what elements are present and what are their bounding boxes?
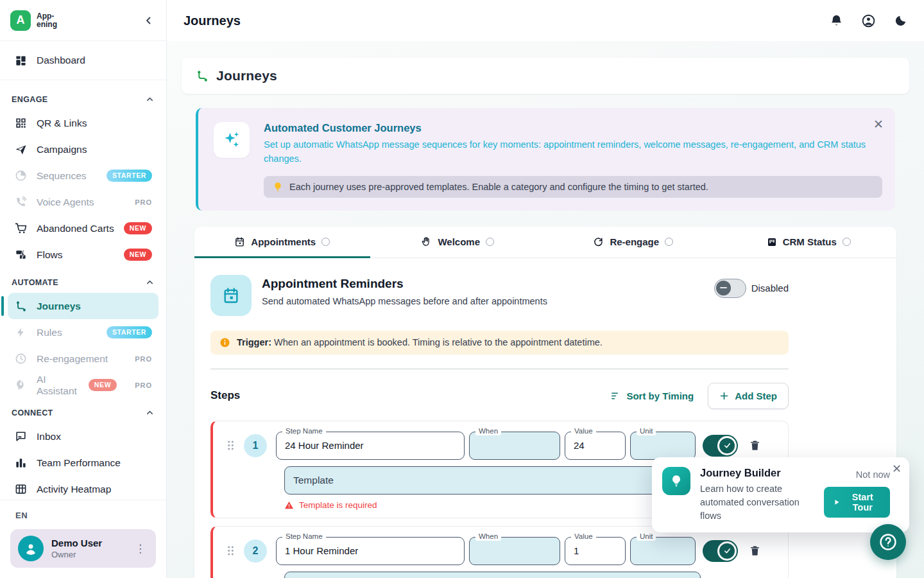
- sidebar-item-label: Voice Agents: [37, 197, 94, 208]
- send-icon: [14, 143, 28, 156]
- drag-handle-icon[interactable]: [227, 545, 235, 557]
- step-row-2: 2 Step Name When: [210, 526, 789, 578]
- add-step-button[interactable]: Add Step: [708, 383, 789, 409]
- divider: [0, 80, 166, 80]
- app-logo-icon: [10, 10, 31, 31]
- dark-mode-toggle[interactable]: [894, 14, 907, 28]
- tab-bar: Appointments Welcome Re-engage: [194, 227, 896, 258]
- unit-select[interactable]: [630, 432, 696, 460]
- trash-icon: [749, 439, 761, 451]
- delete-step-button[interactable]: [749, 439, 761, 451]
- step-enabled-toggle[interactable]: [703, 540, 738, 562]
- qr-code-icon: [14, 116, 28, 130]
- delete-step-button[interactable]: [749, 545, 761, 557]
- step-number-badge: 1: [244, 434, 267, 457]
- pro-tag: PRO: [135, 198, 152, 206]
- kanban-icon: [767, 237, 777, 247]
- trash-icon: [749, 545, 761, 557]
- sidebar-item-dashboard[interactable]: Dashboard: [8, 46, 158, 75]
- start-tour-button[interactable]: Start Tour: [824, 487, 890, 518]
- help-button[interactable]: [870, 524, 906, 560]
- template-select[interactable]: Template: [284, 572, 701, 578]
- app-logo[interactable]: App- ening: [10, 10, 57, 31]
- sidebar-item-qr-links[interactable]: QR & Links: [8, 110, 158, 136]
- value-input[interactable]: [565, 537, 626, 565]
- phone-icon: [14, 195, 28, 209]
- sidebar-item-ai-assistant[interactable]: AI Assistant NEW PRO: [8, 372, 158, 398]
- bell-icon: [830, 14, 843, 28]
- calendar-badge-icon: [210, 275, 252, 316]
- sidebar-header: App- ening: [0, 0, 166, 41]
- section-header-engage[interactable]: ENGAGE: [8, 85, 158, 110]
- new-badge: NEW: [124, 249, 152, 261]
- sidebar-item-activity-heatmap[interactable]: Activity Heatmap: [8, 476, 158, 500]
- sidebar-item-campaigns[interactable]: Campaigns: [8, 136, 158, 162]
- user-menu-button[interactable]: ⋮: [132, 541, 148, 557]
- section-header-automate[interactable]: AUTOMATE: [8, 268, 158, 293]
- sidebar-item-label: Re-engagement: [37, 353, 108, 365]
- starter-badge: STARTER: [107, 326, 152, 338]
- unit-select[interactable]: [630, 537, 696, 565]
- toggle-knob-check: [717, 541, 737, 561]
- sidebar-item-re-engagement[interactable]: Re-engagement PRO: [8, 346, 158, 372]
- divider: [210, 369, 789, 369]
- popup-close-button[interactable]: ✕: [892, 463, 902, 475]
- category-enable-toggle[interactable]: [714, 279, 746, 298]
- user-card[interactable]: Demo User Owner ⋮: [10, 529, 156, 568]
- sidebar-item-rules[interactable]: Rules STARTER: [8, 319, 158, 346]
- when-select[interactable]: [469, 432, 560, 460]
- sidebar-item-label: Team Performance: [37, 457, 121, 469]
- banner-close-button[interactable]: ✕: [873, 118, 884, 130]
- steps-header: Steps Sort by Timing Add Step: [210, 383, 789, 409]
- sidebar-item-team-performance[interactable]: Team Performance: [8, 450, 158, 476]
- step-enabled-toggle[interactable]: [703, 435, 738, 457]
- sort-icon: [610, 390, 621, 401]
- notifications-button[interactable]: [830, 14, 843, 28]
- wave-hand-icon: [421, 236, 432, 247]
- not-now-button[interactable]: Not now: [856, 467, 890, 482]
- sidebar-item-flows[interactable]: Flows NEW: [8, 241, 158, 268]
- tab-crm-status[interactable]: CRM Status: [721, 227, 897, 258]
- category-status-label: Disabled: [751, 283, 789, 293]
- category-header: Appointment Reminders Send automated Wha…: [210, 275, 789, 316]
- template-select[interactable]: Template: [284, 466, 701, 495]
- tab-status-radio: [321, 238, 330, 246]
- sidebar-nav: Dashboard ENGAGE QR & Links Campaigns: [0, 41, 166, 500]
- tab-re-engage[interactable]: Re-engage: [545, 227, 721, 258]
- language-selector[interactable]: EN: [10, 508, 156, 529]
- banner-title: Automated Customer Journeys: [264, 122, 882, 134]
- sidebar-item-label: Flows: [37, 249, 62, 261]
- sidebar-item-journeys[interactable]: Journeys: [8, 293, 158, 319]
- tab-welcome[interactable]: Welcome: [370, 227, 546, 258]
- toggle-knob-minus: [716, 281, 731, 295]
- sort-by-timing-button[interactable]: Sort by Timing: [610, 390, 694, 401]
- sidebar-item-label: Journeys: [37, 301, 81, 312]
- play-icon: [834, 498, 840, 506]
- tab-status-radio: [665, 238, 673, 246]
- when-select[interactable]: [469, 537, 560, 565]
- app-logo-text: App- ening: [37, 12, 57, 28]
- pro-tag: PRO: [135, 381, 152, 389]
- journey-builder-popup: Journey Builder Learn how to create auto…: [652, 457, 909, 532]
- popup-title: Journey Builder: [700, 467, 814, 479]
- sidebar-item-inbox[interactable]: Inbox: [8, 423, 158, 450]
- ai-assistant-icon: [14, 378, 28, 392]
- value-input[interactable]: [565, 432, 626, 460]
- section-header-connect[interactable]: CONNECT: [8, 398, 158, 423]
- moon-icon: [894, 14, 907, 28]
- sidebar-item-sequences[interactable]: Sequences STARTER: [8, 162, 158, 189]
- bulb-icon: [273, 182, 283, 192]
- sidebar-item-voice-agents[interactable]: Voice Agents PRO: [8, 189, 158, 215]
- tab-appointments[interactable]: Appointments: [194, 227, 370, 258]
- sidebar-item-abandoned-carts[interactable]: Abandoned Carts NEW: [8, 215, 158, 241]
- sidebar-collapse-button[interactable]: [143, 15, 155, 26]
- drag-handle-icon[interactable]: [227, 439, 235, 451]
- tab-status-radio: [843, 238, 851, 246]
- route-icon: [14, 299, 28, 313]
- account-button[interactable]: [861, 13, 876, 28]
- heatmap-grid-icon: [14, 482, 28, 496]
- clock-icon: [14, 352, 28, 365]
- step-name-input[interactable]: [276, 537, 465, 565]
- bar-chart-icon: [14, 456, 28, 469]
- step-name-input[interactable]: [276, 432, 465, 460]
